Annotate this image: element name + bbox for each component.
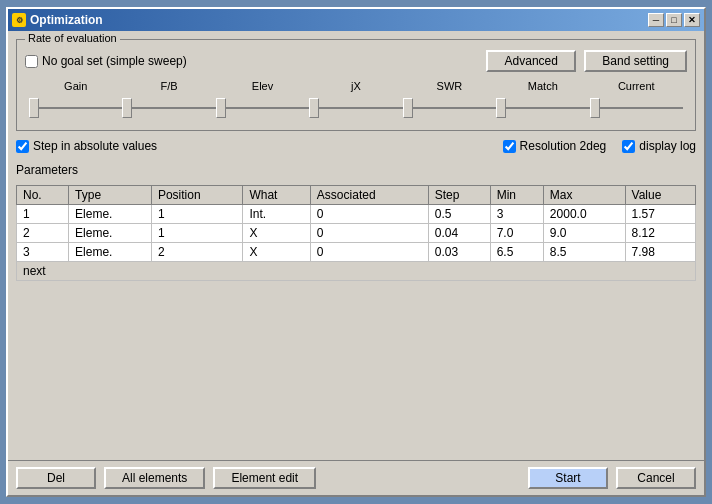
cell-type: Eleme. [69, 243, 152, 262]
slider-elev-input[interactable] [216, 100, 309, 116]
parameters-label: Parameters [16, 163, 696, 177]
slider-jx-track [309, 94, 402, 122]
slider-elev-label: Elev [252, 80, 273, 92]
slider-jx-input[interactable] [309, 100, 402, 116]
options-row: Step in absolute values Resolution 2deg … [16, 137, 696, 155]
slider-current-track [590, 94, 683, 122]
minimize-button[interactable]: ─ [648, 13, 664, 27]
cancel-button[interactable]: Cancel [616, 467, 696, 489]
content-area: Rate of evaluation No goal set (simple s… [8, 31, 704, 460]
cell-no: 2 [17, 224, 69, 243]
slider-swr-label: SWR [437, 80, 463, 92]
resolution-2deg-checkbox[interactable] [503, 140, 516, 153]
slider-current-input[interactable] [590, 100, 683, 116]
slider-fb: F/B [122, 80, 215, 122]
step-absolute-checkbox[interactable] [16, 140, 29, 153]
step-absolute-label[interactable]: Step in absolute values [16, 139, 157, 153]
no-goal-label: No goal set (simple sweep) [42, 54, 187, 68]
title-bar: ⚙ Optimization ─ □ ✕ [8, 9, 704, 31]
cell-max: 8.5 [543, 243, 625, 262]
cell-associated: 0 [310, 205, 428, 224]
del-button[interactable]: Del [16, 467, 96, 489]
button-group: Advanced Band setting [486, 50, 687, 72]
next-cell: next [17, 262, 696, 281]
band-setting-button[interactable]: Band setting [584, 50, 687, 72]
table-header-row: No. Type Position What Associated Step M… [17, 186, 696, 205]
footer-bar: Del All elements Element edit Start Canc… [8, 460, 704, 495]
no-goal-checkbox[interactable] [25, 55, 38, 68]
cell-no: 3 [17, 243, 69, 262]
slider-swr-input[interactable] [403, 100, 496, 116]
slider-gain: Gain [29, 80, 122, 122]
slider-match: Match [496, 80, 589, 122]
cell-max: 2000.0 [543, 205, 625, 224]
cell-type: Eleme. [69, 224, 152, 243]
slider-jx: jX [309, 80, 402, 122]
resolution-2deg-text: Resolution 2deg [520, 139, 607, 153]
cell-type: Eleme. [69, 205, 152, 224]
rate-top-row: No goal set (simple sweep) Advanced Band… [25, 50, 687, 72]
cell-step: 0.03 [428, 243, 490, 262]
cell-min: 3 [490, 205, 543, 224]
maximize-button[interactable]: □ [666, 13, 682, 27]
sliders-row: Gain F/B Elev [25, 80, 687, 122]
slider-jx-label: jX [351, 80, 361, 92]
cell-what: Int. [243, 205, 310, 224]
cell-what: X [243, 224, 310, 243]
cell-position: 1 [151, 224, 243, 243]
slider-match-input[interactable] [496, 100, 589, 116]
col-what: What [243, 186, 310, 205]
cell-associated: 0 [310, 224, 428, 243]
no-goal-checkbox-label[interactable]: No goal set (simple sweep) [25, 54, 187, 68]
display-log-text: display log [639, 139, 696, 153]
options-left: Step in absolute values [16, 139, 157, 153]
col-step: Step [428, 186, 490, 205]
col-value: Value [625, 186, 695, 205]
cell-step: 0.5 [428, 205, 490, 224]
slider-match-track [496, 94, 589, 122]
display-log-label[interactable]: display log [622, 139, 696, 153]
window-title: Optimization [30, 13, 103, 27]
slider-gain-input[interactable] [29, 100, 122, 116]
slider-elev-track [216, 94, 309, 122]
rate-group-label: Rate of evaluation [25, 32, 120, 44]
slider-elev: Elev [216, 80, 309, 122]
close-button[interactable]: ✕ [684, 13, 700, 27]
col-min: Min [490, 186, 543, 205]
app-icon: ⚙ [12, 13, 26, 27]
step-absolute-text: Step in absolute values [33, 139, 157, 153]
display-log-checkbox[interactable] [622, 140, 635, 153]
resolution-2deg-label[interactable]: Resolution 2deg [503, 139, 607, 153]
cell-value: 7.98 [625, 243, 695, 262]
start-button[interactable]: Start [528, 467, 608, 489]
cell-value: 8.12 [625, 224, 695, 243]
cell-max: 9.0 [543, 224, 625, 243]
cell-position: 2 [151, 243, 243, 262]
cell-min: 7.0 [490, 224, 543, 243]
options-right: Resolution 2deg display log [503, 139, 696, 153]
slider-fb-input[interactable] [122, 100, 215, 116]
col-no: No. [17, 186, 69, 205]
element-edit-button[interactable]: Element edit [213, 467, 316, 489]
table-row[interactable]: 3Eleme.2X00.036.58.57.98 [17, 243, 696, 262]
slider-current-label: Current [618, 80, 655, 92]
title-bar-controls: ─ □ ✕ [648, 13, 700, 27]
table-row[interactable]: 2Eleme.1X00.047.09.08.12 [17, 224, 696, 243]
advanced-button[interactable]: Advanced [486, 50, 576, 72]
slider-swr-track [403, 94, 496, 122]
cell-no: 1 [17, 205, 69, 224]
table-row[interactable]: 1Eleme.1Int.00.532000.01.57 [17, 205, 696, 224]
slider-gain-track [29, 94, 122, 122]
all-elements-button[interactable]: All elements [104, 467, 205, 489]
slider-match-label: Match [528, 80, 558, 92]
cell-min: 6.5 [490, 243, 543, 262]
slider-gain-label: Gain [64, 80, 87, 92]
col-position: Position [151, 186, 243, 205]
slider-swr: SWR [403, 80, 496, 122]
next-row[interactable]: next [17, 262, 696, 281]
slider-fb-track [122, 94, 215, 122]
col-type: Type [69, 186, 152, 205]
cell-step: 0.04 [428, 224, 490, 243]
col-max: Max [543, 186, 625, 205]
cell-associated: 0 [310, 243, 428, 262]
